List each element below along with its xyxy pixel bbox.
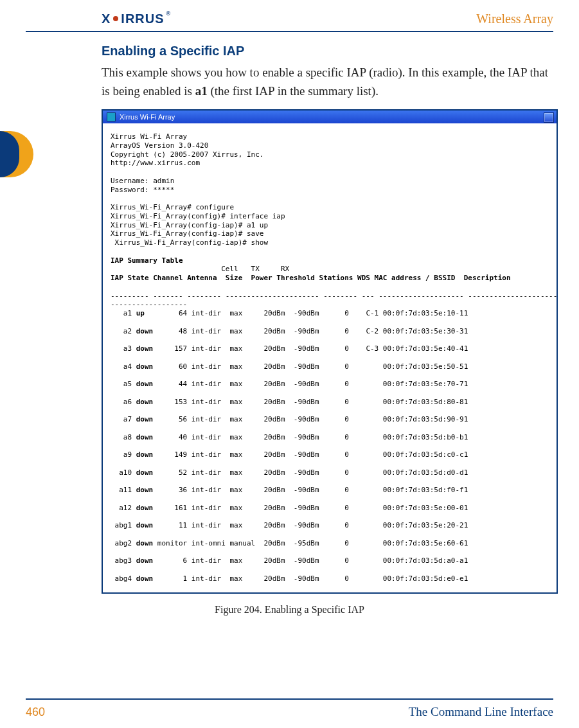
terminal-output: Xirrus Wi-Fi Array ArrayOS Version 3.0-4…: [103, 123, 557, 594]
window-maximize-icon: [544, 112, 554, 123]
body-bold: a1: [195, 84, 208, 98]
page-number: 460: [26, 706, 45, 719]
brand-registered-icon: ®: [166, 10, 172, 17]
brand-text-right: IRRUS: [121, 12, 164, 26]
window-title: Xirrus Wi-Fi Array: [120, 113, 175, 121]
page-header: XIRRUS® Wireless Array: [0, 9, 579, 28]
figure-caption: Figure 204. Enabling a Specific IAP: [0, 604, 579, 616]
section-body: This example shows you how to enable a s…: [102, 63, 553, 101]
window-titlebar: Xirrus Wi-Fi Array: [103, 111, 557, 123]
header-rule: [26, 31, 553, 32]
footer-rule: [26, 698, 553, 700]
body-suffix: (the first IAP in the summary list).: [208, 84, 379, 98]
window-app-icon: [107, 112, 116, 121]
section-title: Enabling a Specific IAP: [102, 44, 244, 58]
screenshot-frame: Xirrus Wi-Fi Array Xirrus Wi-Fi Array Ar…: [102, 109, 558, 594]
footer-section-title: The Command Line Interface: [409, 705, 553, 719]
brand-logo: XIRRUS®: [102, 12, 171, 26]
window-buttons: [544, 112, 554, 123]
page-footer: 460 The Command Line Interface: [26, 705, 553, 719]
brand-text-left: X: [102, 12, 111, 26]
doc-title: Wireless Array: [476, 12, 553, 26]
brand-dot-icon: [113, 16, 118, 21]
side-tab-icon: [0, 131, 33, 177]
